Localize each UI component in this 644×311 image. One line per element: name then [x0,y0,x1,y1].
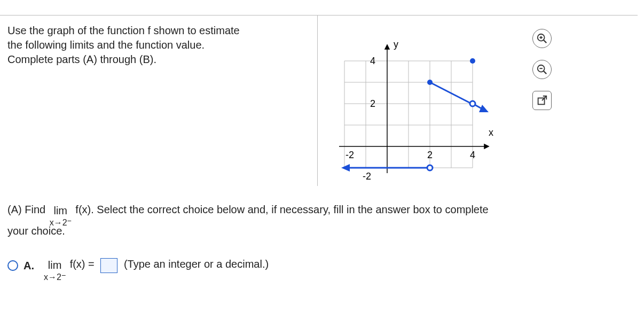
choice-a-radio[interactable] [7,260,18,271]
svg-marker-12 [484,144,489,149]
svg-text:-2: -2 [345,150,354,160]
svg-text:4: 4 [370,56,375,66]
svg-text:2: 2 [427,150,433,160]
choice-a-row: A. lim x→2− f(x) = (Type an integer or a… [7,252,623,278]
answer-hint: (Type an integer or a decimal.) [124,259,269,270]
open-point-2-neg1 [427,165,433,170]
svg-line-27 [544,40,547,43]
closed-point-2-3 [427,80,433,85]
svg-marker-14 [385,45,389,49]
svg-marker-22 [341,164,350,172]
vertical-divider [317,15,318,186]
prompt-line1: Use the graph of the function f shown to… [7,25,240,36]
svg-text:2: 2 [370,98,375,109]
answer-input[interactable] [100,258,117,273]
svg-line-31 [544,71,547,74]
function-graph: y x 4 2 -2 -2 2 4 [328,24,526,186]
svg-line-23 [430,82,472,104]
question-prompt: Use the graph of the function f shown to… [7,24,307,186]
y-axis-label: y [394,39,398,50]
choice-a-label: A. [23,258,34,273]
x-axis-label: x [489,127,493,138]
popout-icon [536,95,548,106]
closed-point-4-4 [470,58,475,64]
popout-button[interactable] [532,91,552,110]
svg-text:-2: -2 [363,171,371,182]
zoom-in-icon [536,33,548,44]
svg-text:4: 4 [470,150,475,160]
zoom-out-button[interactable] [532,60,552,79]
zoom-in-button[interactable] [532,29,552,48]
part-a-question: (A) Find lim x→2− f(x). Select the corre… [7,198,623,238]
prompt-line3: Complete parts (A) through (B). [7,53,156,65]
prompt-line2: the following limits and the function va… [7,39,205,51]
open-point-4-2 [470,101,475,106]
zoom-out-icon [536,64,548,75]
